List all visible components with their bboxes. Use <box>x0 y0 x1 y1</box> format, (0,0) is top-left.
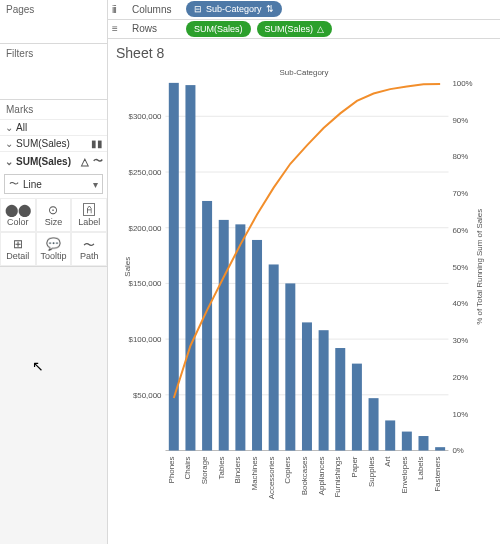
line-icon: 〜 <box>9 177 19 191</box>
bar <box>319 330 329 450</box>
color-icon: ⬤⬤ <box>5 203 31 217</box>
delta-icon: △ <box>317 24 324 34</box>
svg-text:Appliances: Appliances <box>317 457 326 496</box>
tooltip-icon: 💬 <box>46 237 61 251</box>
svg-text:90%: 90% <box>452 116 468 125</box>
marks-label-button[interactable]: 🄰Label <box>71 198 107 232</box>
marks-detail-button[interactable]: ⊞Detail <box>0 232 36 266</box>
svg-text:Envelopes: Envelopes <box>400 457 409 494</box>
svg-text:Sub-Category: Sub-Category <box>280 68 329 77</box>
pill-sumsales-2[interactable]: SUM(Sales) △ <box>257 21 333 37</box>
svg-text:% of Total Running Sum of Sale: % of Total Running Sum of Sales <box>475 209 484 325</box>
sort-desc-icon: ⇅ <box>266 4 274 14</box>
detail-icon: ⊞ <box>13 237 23 251</box>
delta-icon: △ <box>75 156 89 167</box>
svg-text:Binders: Binders <box>233 457 242 484</box>
svg-text:Machines: Machines <box>250 456 259 490</box>
rows-label: Rows <box>132 23 180 34</box>
bar <box>269 265 279 451</box>
chart: Sub-Category$50,000$100,000$150,000$200,… <box>116 63 492 540</box>
path-icon: 〜 <box>83 237 95 251</box>
bar <box>352 364 362 451</box>
sheet-title[interactable]: Sheet 8 <box>116 45 492 61</box>
caret-down-icon: ▾ <box>93 179 98 190</box>
svg-text:Fasteners: Fasteners <box>433 457 442 492</box>
caret-down-icon: ⌄ <box>4 138 14 149</box>
columns-shelf[interactable]: iii Columns ⊟ Sub-Category ⇅ <box>108 0 500 20</box>
marks-panel-header: Marks <box>0 100 107 119</box>
svg-text:Furnishings: Furnishings <box>333 457 342 498</box>
svg-text:Sales: Sales <box>123 257 132 277</box>
svg-text:Storage: Storage <box>200 456 209 484</box>
svg-text:80%: 80% <box>452 152 468 161</box>
caret-down-icon: ⌄ <box>4 156 14 167</box>
svg-text:Paper: Paper <box>350 456 359 478</box>
svg-text:$100,000: $100,000 <box>129 335 163 344</box>
svg-text:Art: Art <box>383 456 392 467</box>
svg-text:$50,000: $50,000 <box>133 391 162 400</box>
svg-text:70%: 70% <box>452 189 468 198</box>
bar <box>219 220 229 451</box>
columns-icon: iii <box>112 4 126 15</box>
bar <box>252 240 262 451</box>
pill-sumsales-1[interactable]: SUM(Sales) <box>186 21 251 37</box>
marks-all-label: All <box>14 122 103 133</box>
svg-text:$250,000: $250,000 <box>129 168 163 177</box>
marks-sum1-row[interactable]: ⌄ SUM(Sales) ▮▮ <box>0 135 107 151</box>
marks-sum2-label: SUM(Sales) <box>14 156 75 167</box>
caret-down-icon: ⌄ <box>4 122 14 133</box>
sort-icon: ⊟ <box>194 4 202 14</box>
svg-text:$200,000: $200,000 <box>129 224 163 233</box>
svg-text:Bookcases: Bookcases <box>300 457 309 496</box>
columns-label: Columns <box>132 4 180 15</box>
svg-text:30%: 30% <box>452 336 468 345</box>
bar <box>369 398 379 450</box>
marks-path-button[interactable]: 〜Path <box>71 232 107 266</box>
svg-text:100%: 100% <box>452 79 472 88</box>
marks-size-button[interactable]: ⊙Size <box>36 198 72 232</box>
svg-text:50%: 50% <box>452 263 468 272</box>
bar <box>335 348 345 450</box>
marks-sum2-row[interactable]: ⌄ SUM(Sales) △ 〜 <box>0 151 107 170</box>
bar <box>402 432 412 451</box>
rows-icon: ≡ <box>112 23 126 34</box>
bar <box>385 420 395 450</box>
marks-all-row[interactable]: ⌄ All <box>0 119 107 135</box>
mark-type-value: Line <box>23 179 93 190</box>
svg-text:Copiers: Copiers <box>283 457 292 484</box>
svg-text:Supplies: Supplies <box>367 456 376 486</box>
label-icon: 🄰 <box>83 203 95 217</box>
rows-shelf[interactable]: ≡ Rows SUM(Sales) SUM(Sales) △ <box>108 20 500 40</box>
size-icon: ⊙ <box>48 203 58 217</box>
svg-text:Accessories: Accessories <box>267 457 276 500</box>
marks-color-button[interactable]: ⬤⬤Color <box>0 198 36 232</box>
svg-text:Chairs: Chairs <box>183 457 192 480</box>
marks-sum1-label: SUM(Sales) <box>14 138 89 149</box>
bar <box>185 85 195 450</box>
pill-subcategory[interactable]: ⊟ Sub-Category ⇅ <box>186 1 282 17</box>
svg-text:0%: 0% <box>452 447 463 456</box>
svg-text:Labels: Labels <box>417 457 426 480</box>
svg-text:Tables: Tables <box>217 457 226 480</box>
mark-type-dropdown[interactable]: 〜 Line ▾ <box>4 174 103 194</box>
svg-text:10%: 10% <box>452 410 468 419</box>
bar <box>418 436 428 450</box>
marks-tooltip-button[interactable]: 💬Tooltip <box>36 232 72 266</box>
bar <box>285 283 295 450</box>
pages-panel-header: Pages <box>0 0 107 19</box>
bar <box>202 201 212 451</box>
bar <box>302 322 312 450</box>
line-icon: 〜 <box>89 154 103 168</box>
svg-text:40%: 40% <box>452 299 468 308</box>
bar-icon: ▮▮ <box>89 138 103 149</box>
svg-text:$300,000: $300,000 <box>129 112 163 121</box>
filters-panel-header: Filters <box>0 44 107 63</box>
svg-text:60%: 60% <box>452 226 468 235</box>
svg-text:$150,000: $150,000 <box>129 279 163 288</box>
bar <box>435 447 445 450</box>
svg-text:20%: 20% <box>452 373 468 382</box>
bar <box>235 224 245 450</box>
svg-text:Phones: Phones <box>167 457 176 484</box>
